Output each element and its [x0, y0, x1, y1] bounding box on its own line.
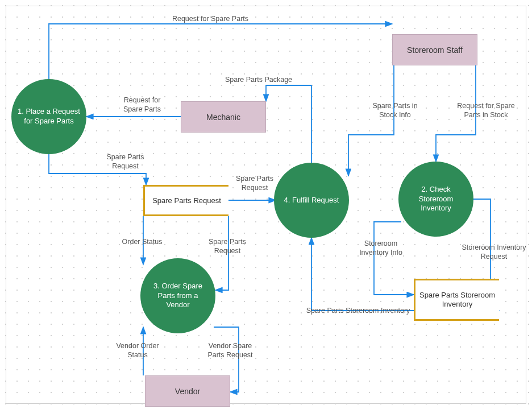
entity-label: Mechanic — [206, 113, 240, 122]
process-label: 3. Order Spare Parts from a Vendor — [146, 282, 210, 311]
flow-label: Spare Parts Request — [202, 237, 253, 256]
datastore-label: Spare Parts Storeroom Inventory — [415, 291, 499, 308]
entity-storeroom-staff[interactable]: Storeroom Staff — [392, 34, 477, 65]
flow-label: Vendor Order Status — [109, 341, 166, 360]
process-place-request[interactable]: 1. Place a Request for Spare Parts — [11, 79, 86, 154]
flow-label: Spare Parts Request — [101, 152, 149, 171]
entity-label: Vendor — [175, 387, 200, 396]
process-label: 2. Check Storeroom Inventory — [404, 185, 468, 214]
flow-label: Storeroom Inventory Info — [358, 239, 404, 258]
flow-label: Storeroom Inventory Request — [458, 243, 530, 262]
flow-label: Request for Spare Parts — [165, 14, 256, 23]
flow-label: Spare Parts in Stock Info — [369, 101, 421, 120]
entity-label: Storeroom Staff — [407, 46, 463, 55]
flow-label: Request for Spare Parts — [114, 96, 171, 114]
process-order-vendor[interactable]: 3. Order Spare Parts from a Vendor — [140, 258, 215, 333]
entity-vendor[interactable]: Vendor — [145, 375, 230, 407]
flow-label: Request for Spare Parts in Stock — [449, 101, 523, 120]
process-check-inventory[interactable]: 2. Check Storeroom Inventory — [398, 162, 473, 237]
datastore-spare-parts-request[interactable]: Spare Parts Request — [143, 185, 228, 216]
process-label: 1. Place a Request for Spare Parts — [17, 107, 81, 126]
flow-label: Order Status — [114, 237, 171, 246]
flow-label: Vendor Spare Parts Request — [202, 341, 259, 360]
flow-label: Spare Parts Request — [232, 174, 277, 193]
process-fulfill-request[interactable]: 4. Fulfill Request — [274, 163, 349, 238]
entity-mechanic[interactable]: Mechanic — [181, 101, 266, 133]
datastore-label: Spare Parts Request — [152, 196, 221, 205]
flow-label: Spare Parts Package — [216, 75, 301, 84]
datastore-spare-parts-inventory[interactable]: Spare Parts Storeroom Inventory — [414, 279, 499, 321]
process-label: 4. Fulfill Request — [284, 196, 339, 205]
flow-label: Spare Parts Storeroom Inventory — [301, 306, 415, 315]
